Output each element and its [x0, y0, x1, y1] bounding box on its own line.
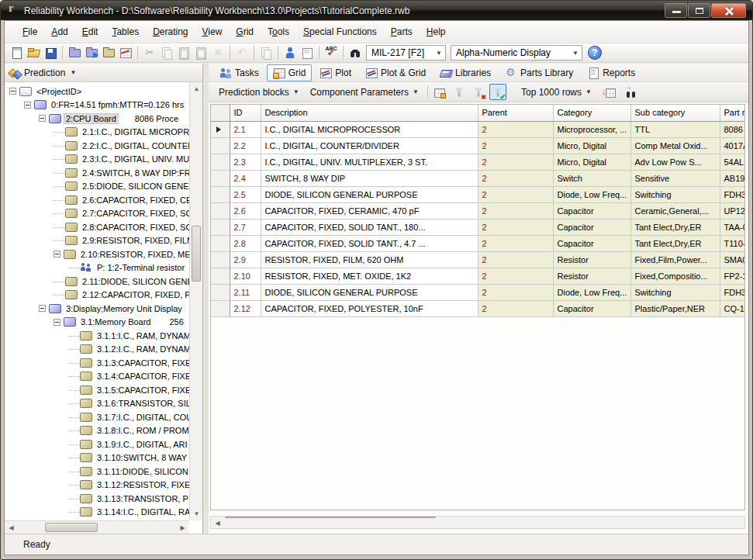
cell-parent[interactable]: 2: [478, 284, 553, 300]
cell-subcategory[interactable]: Tant Elect,Dry,ER: [630, 219, 720, 235]
cell-partnumber[interactable]: AB194 8ST: [720, 170, 745, 186]
display-mode-dropdown[interactable]: Alpha-Numeric Display ▼: [451, 45, 582, 60]
menu-parts[interactable]: Parts: [384, 23, 420, 40]
panel-splitter[interactable]: [203, 64, 209, 534]
filter-button[interactable]: [451, 84, 468, 100]
cell-category[interactable]: Microprocessor, ...: [553, 121, 630, 137]
cell-description[interactable]: CAPACITOR, FIXED, POLYESTER, 10nF: [261, 300, 478, 316]
cell-parent[interactable]: 2: [478, 170, 553, 186]
help-button[interactable]: ?: [588, 46, 602, 60]
tree-item[interactable]: 0:FR=14.51 fpmh:MTTR=0.126 hrs: [5, 99, 189, 112]
row-selector[interactable]: [211, 219, 230, 235]
row-selector[interactable]: [211, 154, 230, 170]
menu-add[interactable]: Add: [44, 23, 74, 40]
cell-id[interactable]: 2.12: [230, 300, 261, 316]
cell-partnumber[interactable]: FP2-16264: [720, 268, 745, 284]
cell-partnumber[interactable]: FDH300: [720, 186, 745, 202]
cell-category[interactable]: Micro, Digital: [553, 154, 630, 170]
menu-tools[interactable]: Tools: [261, 23, 296, 40]
scroll-left-arrow[interactable]: ◀: [5, 521, 18, 534]
cell-description[interactable]: DIODE, SILICON GENERAL PURPOSE: [261, 186, 478, 202]
tree-item[interactable]: 2.8:CAPACITOR, FIXED, SC: [5, 220, 189, 234]
tab-grid[interactable]: Grid: [267, 64, 313, 81]
expander-minus-icon[interactable]: [39, 305, 46, 312]
row-selector[interactable]: [211, 170, 230, 186]
cell-parent[interactable]: 2: [478, 300, 553, 316]
close-button[interactable]: [711, 3, 746, 18]
cell-description[interactable]: SWITCH, 8 WAY DIP: [261, 170, 478, 186]
menu-special-functions[interactable]: Special Functions: [296, 23, 384, 40]
cell-id[interactable]: 2.2: [230, 137, 261, 154]
cell-subcategory[interactable]: Comp Metal Oxid...: [630, 137, 720, 154]
new-component-button[interactable]: [100, 45, 117, 61]
new-block-button[interactable]: [66, 45, 83, 61]
cell-id[interactable]: 2.1: [230, 121, 261, 137]
tree-item[interactable]: 3:Display;Memory Unit Display: [5, 302, 189, 316]
tab-parts-library[interactable]: Parts Library: [499, 64, 579, 81]
cell-subcategory[interactable]: Tant Elect,Dry,ER: [630, 235, 720, 251]
cell-partnumber[interactable]: T110-91920: [720, 235, 745, 251]
new-project-button[interactable]: [8, 45, 25, 61]
grid-view-button[interactable]: [117, 45, 134, 61]
cell-partnumber[interactable]: SMA0207S: [720, 251, 745, 268]
grid-options-button[interactable]: [431, 84, 448, 100]
tree-item[interactable]: 2.12:CAPACITOR, FIXED, P: [5, 289, 189, 302]
tree-item[interactable]: 2.2:I.C., DIGITAL, COUNTER: [5, 139, 189, 153]
row-selector[interactable]: [211, 202, 230, 219]
column-header-description[interactable]: Description: [261, 105, 478, 121]
tab-tasks[interactable]: Tasks: [213, 64, 265, 81]
tree-item[interactable]: 2.9:RESISTOR, FIXED, FILM: [5, 234, 189, 248]
cell-category[interactable]: Capacitor: [553, 300, 630, 316]
goto-row-button[interactable]: [600, 84, 617, 100]
row-selector[interactable]: [211, 251, 230, 268]
menu-help[interactable]: Help: [420, 23, 453, 40]
scroll-down-arrow[interactable]: ▼: [190, 507, 202, 520]
tree-vscroll-thumb[interactable]: [192, 226, 201, 282]
cell-category[interactable]: Switch: [553, 170, 630, 186]
cell-subcategory[interactable]: Switching: [630, 186, 720, 202]
tree-item[interactable]: 3.1.3:CAPACITOR, FIXE: [5, 356, 189, 370]
cell-category[interactable]: Diode, Low Freq...: [553, 186, 630, 202]
cell-category[interactable]: Diode, Low Freq...: [553, 284, 630, 300]
cell-id[interactable]: 2.10: [230, 268, 261, 284]
cell-parent[interactable]: 2: [478, 235, 553, 251]
tree-item[interactable]: 3.1:Memory Board256: [5, 316, 189, 330]
cell-id[interactable]: 2.3: [230, 154, 261, 170]
cell-id[interactable]: 2.7: [230, 219, 261, 235]
row-selector[interactable]: [211, 235, 230, 251]
cell-subcategory[interactable]: Plastic/Paper,NER: [630, 300, 720, 316]
tree-item[interactable]: 3.1.9:I.C., DIGITAL, ARI: [5, 437, 189, 451]
cell-partnumber[interactable]: FDH300: [720, 284, 745, 300]
cell-description[interactable]: CAPACITOR, FIXED, CERAMIC, 470 pF: [261, 202, 478, 219]
cell-description[interactable]: RESISTOR, FIXED, MET. OXIDE, 1K2: [261, 268, 478, 284]
grid-hscroll-thumb[interactable]: [225, 517, 436, 518]
cell-subcategory[interactable]: Adv Low Pow S...: [630, 154, 720, 170]
cell-description[interactable]: I.C., DIGITAL, UNIV. MULTIPLEXER, 3 ST.: [261, 154, 478, 170]
tree-item[interactable]: 3.1.4:CAPACITOR, FIXE: [5, 370, 189, 384]
parts-link-button[interactable]: [282, 45, 299, 61]
tree-item[interactable]: 2.1:I.C., DIGITAL MICROPRO: [5, 126, 189, 140]
cell-subcategory[interactable]: Fixed,Compositio...: [630, 268, 720, 284]
menu-edit[interactable]: Edit: [75, 23, 105, 40]
tree-item[interactable]: 2.7:CAPACITOR, FIXED, SC: [5, 207, 189, 221]
cell-description[interactable]: RESISTOR, FIXED, FILM, 620 OHM: [261, 251, 478, 268]
cell-parent[interactable]: 2: [478, 202, 553, 219]
cell-parent[interactable]: 2: [478, 121, 553, 137]
cell-parent[interactable]: 2: [478, 219, 553, 235]
cell-subcategory[interactable]: TTL: [630, 121, 720, 137]
tree-item[interactable]: 3.1.13:TRANSISTOR, P: [5, 492, 189, 506]
cell-parent[interactable]: 2: [478, 268, 553, 284]
cell-partnumber[interactable]: 8086: [720, 121, 745, 137]
minimize-button[interactable]: [665, 3, 687, 18]
restore-button[interactable]: [688, 3, 710, 18]
tab-plot-grid[interactable]: Plot & Grid: [359, 64, 432, 81]
column-header-part-number[interactable]: Part number: [720, 105, 745, 121]
row-selector[interactable]: [211, 186, 230, 202]
row-selector[interactable]: [211, 284, 230, 300]
tree-item[interactable]: 3.1.1:I.C., RAM, DYNAM: [5, 329, 189, 343]
clear-filter-button[interactable]: [470, 84, 487, 100]
apply-filter-button[interactable]: [489, 84, 506, 100]
tree-item[interactable]: 3.1.5:CAPACITOR, FIXE: [5, 383, 189, 397]
tree-item[interactable]: 2.4:SWITCH, 8 WAY DIP:FR: [5, 166, 189, 180]
grid-horizontal-scrollbar[interactable]: ◀: [210, 516, 745, 529]
